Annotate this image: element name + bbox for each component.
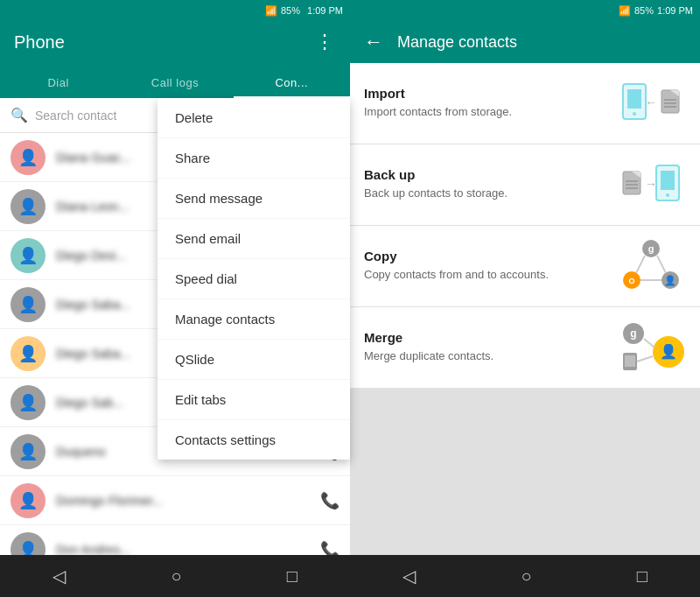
merge-icon: g 👤 bbox=[616, 321, 686, 374]
recent-button[interactable]: □ bbox=[287, 566, 298, 586]
manage-item-merge[interactable]: Merge Merge duplicate contacts. g 👤 bbox=[350, 307, 700, 388]
import-title: Import bbox=[364, 86, 602, 101]
right-panel: 📶 85% 1:09 PM ← Manage contacts Import I… bbox=[350, 0, 700, 597]
right-signal-icon: 📶 bbox=[619, 5, 631, 17]
left-app-bar: Phone ⋮ bbox=[0, 21, 350, 63]
avatar: 👤 bbox=[10, 336, 46, 371]
manage-list: Import Import contacts from storage. ← bbox=[350, 63, 700, 555]
left-bottom-nav: ◁ ○ □ bbox=[0, 555, 350, 597]
import-icon: ← bbox=[616, 77, 686, 130]
svg-rect-16 bbox=[661, 171, 675, 190]
avatar: 👤 bbox=[10, 434, 46, 469]
backup-title: Back up bbox=[364, 167, 602, 182]
svg-text:→: → bbox=[645, 177, 657, 191]
svg-text:O: O bbox=[628, 277, 634, 285]
manage-item-import[interactable]: Import Import contacts from storage. ← bbox=[350, 63, 700, 144]
tab-contacts[interactable]: Con... bbox=[234, 76, 350, 98]
dropdown-menu: Delete Share Send message Send email Spe… bbox=[158, 98, 350, 460]
menu-item-speed-dial[interactable]: Speed dial bbox=[158, 259, 350, 299]
menu-item-delete[interactable]: Delete bbox=[158, 98, 350, 138]
svg-text:g: g bbox=[648, 243, 654, 254]
avatar: 👤 bbox=[10, 287, 46, 322]
right-home-button[interactable]: ○ bbox=[521, 566, 531, 586]
back-button[interactable]: ◁ bbox=[52, 565, 66, 586]
import-desc: Import contacts from storage. bbox=[364, 104, 602, 120]
menu-item-share[interactable]: Share bbox=[158, 138, 350, 179]
right-bottom-nav: ◁ ○ □ bbox=[350, 555, 700, 597]
svg-rect-6 bbox=[664, 99, 676, 101]
svg-point-17 bbox=[666, 193, 669, 197]
tabs-bar: Dial Call logs Con... bbox=[0, 63, 350, 98]
avatar: 👤 bbox=[10, 140, 46, 175]
manage-item-copy[interactable]: Copy Copy contacts from and to accounts.… bbox=[350, 226, 700, 306]
search-icon: 🔍 bbox=[10, 107, 28, 123]
right-back-button[interactable]: ◁ bbox=[402, 565, 416, 586]
menu-item-contacts-settings[interactable]: Contacts settings bbox=[158, 420, 350, 460]
merge-desc: Merge duplicate contacts. bbox=[364, 348, 602, 364]
svg-line-33 bbox=[644, 339, 654, 348]
svg-rect-30 bbox=[625, 355, 635, 367]
right-app-bar: ← Manage contacts bbox=[350, 21, 700, 63]
avatar: 👤 bbox=[10, 483, 46, 518]
contact-item-8[interactable]: 👤 Domingo Florimer... 📞 bbox=[0, 476, 350, 525]
manage-item-backup[interactable]: Back up Back up contacts to storage. → bbox=[350, 144, 700, 225]
svg-rect-13 bbox=[626, 187, 638, 189]
copy-desc: Copy contacts from and to accounts. bbox=[364, 267, 602, 283]
contact-name: Don Andres... bbox=[56, 543, 310, 556]
menu-item-edit-tabs[interactable]: Edit tabs bbox=[158, 380, 350, 420]
svg-rect-11 bbox=[626, 180, 638, 182]
right-status-bar: 📶 85% 1:09 PM bbox=[350, 0, 700, 21]
svg-rect-7 bbox=[664, 102, 676, 104]
tab-call-logs[interactable]: Call logs bbox=[116, 76, 233, 98]
copy-icon: g O 👤 bbox=[616, 240, 686, 292]
menu-item-qslide[interactable]: QSlide bbox=[158, 340, 350, 380]
avatar: 👤 bbox=[10, 532, 46, 556]
menu-item-manage-contacts[interactable]: Manage contacts bbox=[158, 299, 350, 340]
menu-item-send-message[interactable]: Send message bbox=[158, 179, 350, 219]
svg-rect-1 bbox=[627, 89, 641, 109]
tab-dial[interactable]: Dial bbox=[0, 76, 116, 98]
right-recent-button[interactable]: □ bbox=[637, 566, 648, 586]
right-page-title: Manage contacts bbox=[397, 33, 517, 52]
svg-rect-8 bbox=[664, 106, 676, 108]
svg-rect-12 bbox=[626, 184, 638, 186]
right-time: 1:09 PM bbox=[657, 5, 693, 16]
svg-point-2 bbox=[633, 112, 636, 116]
avatar: 👤 bbox=[10, 189, 46, 224]
search-input[interactable]: Search contact bbox=[35, 109, 116, 123]
menu-item-send-email[interactable]: Send email bbox=[158, 219, 350, 259]
svg-text:👤: 👤 bbox=[660, 343, 677, 360]
left-panel: 📶 85% 1:09 PM Phone ⋮ Dial Call logs Con… bbox=[0, 0, 350, 597]
svg-text:←: ← bbox=[645, 95, 657, 109]
svg-text:👤: 👤 bbox=[664, 274, 676, 286]
app-title: Phone bbox=[14, 32, 65, 53]
backup-desc: Back up contacts to storage. bbox=[364, 186, 602, 201]
signal-icon: 📶 bbox=[265, 5, 277, 17]
home-button[interactable]: ○ bbox=[171, 566, 181, 586]
left-status-bar: 📶 85% 1:09 PM bbox=[0, 0, 350, 21]
svg-line-25 bbox=[657, 256, 666, 273]
time-left: 1:09 PM bbox=[307, 5, 343, 16]
right-battery-text: 85% bbox=[634, 5, 654, 16]
back-arrow-button[interactable]: ← bbox=[364, 31, 383, 53]
copy-title: Copy bbox=[364, 249, 602, 263]
avatar: 👤 bbox=[10, 385, 46, 420]
backup-icon: → bbox=[616, 158, 686, 211]
battery-text: 85% bbox=[281, 5, 300, 16]
more-options-button[interactable]: ⋮ bbox=[315, 31, 336, 53]
svg-line-24 bbox=[636, 256, 645, 273]
merge-title: Merge bbox=[364, 330, 602, 345]
avatar: 👤 bbox=[10, 238, 46, 273]
contact-item-9[interactable]: 👤 Don Andres... 📞 bbox=[0, 525, 350, 555]
contact-name: Domingo Florimer... bbox=[56, 494, 310, 508]
svg-line-34 bbox=[637, 356, 653, 362]
svg-text:g: g bbox=[630, 327, 636, 340]
